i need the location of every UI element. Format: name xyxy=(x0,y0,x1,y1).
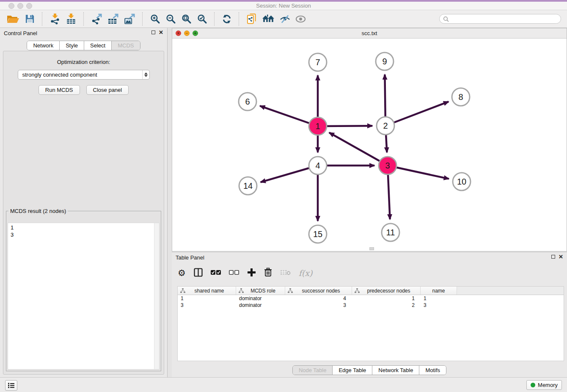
task-history-button[interactable] xyxy=(5,380,17,391)
node-14[interactable]: 14 xyxy=(239,177,257,195)
node-1[interactable]: 1 xyxy=(309,117,327,135)
close-panel-button[interactable]: Close panel xyxy=(86,85,129,95)
mcds-result-area[interactable]: 13 xyxy=(8,223,160,370)
criterion-value: strongly connected component xyxy=(18,72,142,78)
tab-motifs[interactable]: Motifs xyxy=(419,366,446,375)
tab-network-table[interactable]: Network Table xyxy=(372,366,419,375)
import-table-icon[interactable] xyxy=(66,13,77,25)
control-panel-tabs: NetworkStyleSelectMCDS xyxy=(0,41,167,50)
table-tabs: Node TableEdge TableNetwork TableMotifs xyxy=(172,365,567,375)
table-cell[interactable]: 3 xyxy=(421,302,457,308)
toolbar-separator xyxy=(214,12,215,26)
tab-network[interactable]: Network xyxy=(27,41,60,50)
window-title: Session: New Session xyxy=(0,3,567,9)
table-cell[interactable]: 1 xyxy=(421,295,457,301)
memory-button[interactable]: Memory xyxy=(526,380,562,390)
window-titlebar[interactable]: Session: New Session xyxy=(0,0,567,10)
show-panels-icon[interactable] xyxy=(295,15,306,23)
table-cell[interactable]: 1 xyxy=(178,295,236,301)
zoom-fit-icon[interactable] xyxy=(181,14,192,24)
close-panel-icon[interactable]: ✕ xyxy=(159,30,163,35)
list-icon xyxy=(8,382,15,389)
result-line: 1 xyxy=(11,224,157,231)
export-image-icon[interactable] xyxy=(124,14,135,25)
toolbar-separator xyxy=(239,12,239,26)
table-cell[interactable]: 3 xyxy=(285,302,352,308)
zoom-out-icon[interactable] xyxy=(165,14,176,24)
node-9[interactable]: 9 xyxy=(376,52,394,70)
tab-select[interactable]: Select xyxy=(84,41,112,50)
node-label: 9 xyxy=(382,57,387,66)
table-row[interactable]: 1dominator411 xyxy=(178,295,564,302)
node-label: 11 xyxy=(386,228,395,237)
node-4[interactable]: 4 xyxy=(309,157,327,174)
table-cell[interactable]: dominator xyxy=(236,302,285,308)
clone-network-icon[interactable] xyxy=(246,13,257,25)
tab-style[interactable]: Style xyxy=(60,41,84,50)
column-header-successor-nodes[interactable]: successor nodes xyxy=(285,287,352,295)
hide-panels-icon[interactable] xyxy=(280,14,290,24)
criterion-dropdown[interactable]: strongly connected component xyxy=(18,70,150,80)
node-label: 10 xyxy=(457,177,466,186)
float-panel-icon[interactable] xyxy=(151,30,155,34)
mcds-panel: Optimization criterion: strongly connect… xyxy=(3,51,164,375)
tab-mcds[interactable]: MCDS xyxy=(112,41,140,50)
settings-gear-icon[interactable]: ⚙ xyxy=(178,269,186,277)
apply-function-icon[interactable]: f(x) xyxy=(299,268,313,278)
toolbar-separator xyxy=(83,12,84,26)
table-row[interactable]: 3dominator323 xyxy=(178,302,564,309)
node-6[interactable]: 6 xyxy=(239,93,256,110)
export-network-icon[interactable] xyxy=(91,14,102,25)
add-column-icon[interactable] xyxy=(247,268,256,279)
node-table: shared nameMCDS rolesuccessor nodesprede… xyxy=(177,286,564,361)
float-table-panel-icon[interactable] xyxy=(551,255,555,259)
column-header-shared-name[interactable]: shared name xyxy=(178,287,236,295)
export-table-icon[interactable] xyxy=(107,14,119,25)
table-cell[interactable]: 1 xyxy=(352,295,421,301)
delete-column-icon[interactable] xyxy=(264,268,272,279)
search-field[interactable] xyxy=(439,14,561,24)
node-15[interactable]: 15 xyxy=(309,225,327,243)
delete-table-icon[interactable] xyxy=(280,269,291,277)
table-cell[interactable]: 4 xyxy=(285,295,352,301)
import-network-icon[interactable] xyxy=(50,13,61,25)
node-label: 15 xyxy=(313,229,322,239)
zoom-selected-icon[interactable] xyxy=(197,14,207,24)
tab-edge-table[interactable]: Edge Table xyxy=(333,366,372,375)
optimization-criterion-label: Optimization criterion: xyxy=(3,59,164,65)
node-7[interactable]: 7 xyxy=(309,53,327,71)
close-table-panel-icon[interactable]: ✕ xyxy=(559,254,563,259)
table-toolbar: ⚙ f(x) xyxy=(178,265,312,281)
node-2[interactable]: 2 xyxy=(377,117,394,135)
network-window-titlebar[interactable]: × − + scc.txt xyxy=(172,28,567,39)
table-cell[interactable]: 2 xyxy=(352,302,421,308)
select-all-icon[interactable] xyxy=(211,269,221,277)
deselect-all-icon[interactable] xyxy=(229,269,239,277)
open-file-icon[interactable] xyxy=(7,14,19,24)
column-header-predecessor-nodes[interactable]: predecessor nodes xyxy=(352,287,421,295)
node-label: 6 xyxy=(245,97,250,106)
search-input[interactable] xyxy=(451,16,557,22)
splitter-handle[interactable] xyxy=(369,247,374,250)
memory-status-icon xyxy=(531,383,535,387)
home-icon[interactable] xyxy=(262,14,275,24)
table-cell[interactable]: 3 xyxy=(178,302,236,308)
split-view-icon[interactable] xyxy=(194,268,203,279)
edge-3-1[interactable] xyxy=(329,133,388,166)
column-header-name[interactable]: name xyxy=(421,287,457,295)
node-8[interactable]: 8 xyxy=(452,88,470,106)
refresh-icon[interactable] xyxy=(222,14,232,24)
column-type-icon xyxy=(288,288,293,293)
result-scrollbar[interactable] xyxy=(154,223,159,369)
node-10[interactable]: 10 xyxy=(453,173,471,190)
edge-2-8[interactable] xyxy=(385,102,449,126)
zoom-in-icon[interactable] xyxy=(150,14,160,24)
column-header-mcds-role[interactable]: MCDS role xyxy=(236,287,285,295)
node-3[interactable]: 3 xyxy=(379,157,396,174)
network-canvas[interactable]: 7968124314101511 xyxy=(172,38,567,251)
save-session-icon[interactable] xyxy=(25,14,35,24)
node-11[interactable]: 11 xyxy=(382,224,399,241)
run-mcds-button[interactable]: Run MCDS xyxy=(39,85,80,95)
tab-node-table[interactable]: Node Table xyxy=(293,366,333,375)
table-cell[interactable]: dominator xyxy=(236,295,285,301)
